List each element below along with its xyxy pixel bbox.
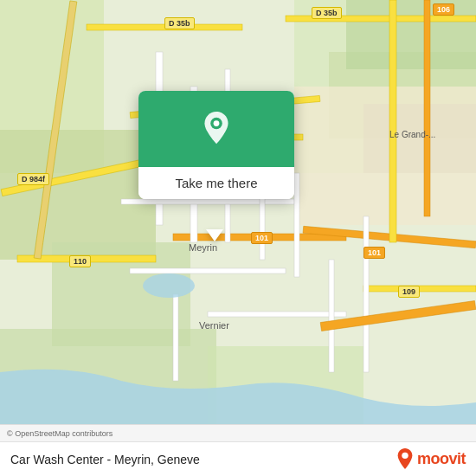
place-label-meyrin: Meyrin	[189, 242, 217, 253]
svg-point-39	[402, 452, 408, 458]
popup-card: Take me there	[138, 91, 294, 199]
svg-rect-26	[294, 173, 299, 277]
place-label-le-grand: Le Grand-...	[389, 130, 435, 139]
svg-rect-34	[389, 0, 396, 242]
road-label-d110: 110	[69, 255, 91, 267]
map-background	[0, 0, 476, 424]
road-label-d106: 106	[433, 3, 454, 16]
svg-point-38	[214, 120, 220, 126]
road-label-d35b-right: D 35b	[312, 7, 342, 19]
svg-rect-30	[329, 260, 334, 372]
road-label-d101: 101	[251, 232, 273, 244]
svg-rect-6	[346, 0, 476, 69]
map-container: D 35b D 35b D 35 D 35 D 984f 106 110 101…	[0, 0, 476, 424]
svg-rect-28	[173, 294, 178, 381]
svg-point-32	[143, 273, 195, 298]
moovit-logo: moovit	[396, 448, 466, 471]
moovit-label: moovit	[417, 450, 466, 468]
svg-rect-31	[363, 216, 369, 372]
svg-rect-29	[208, 312, 346, 317]
road-label-d984f: D 984f	[17, 173, 49, 185]
attribution-text: © OpenStreetMap contributors	[7, 429, 113, 438]
attribution-bar: © OpenStreetMap contributors	[0, 424, 476, 441]
info-bar: Car Wash Center - Meyrin, Geneve moovit	[0, 441, 476, 476]
take-me-there-button[interactable]: Take me there	[138, 167, 294, 199]
location-name: Car Wash Center - Meyrin, Geneve	[10, 453, 200, 466]
place-label-vernier: Vernier	[199, 320, 229, 331]
popup-icon-area	[138, 91, 294, 167]
moovit-pin-icon	[396, 448, 415, 471]
svg-rect-27	[130, 268, 286, 273]
svg-rect-35	[424, 0, 430, 216]
svg-rect-2	[0, 130, 156, 260]
road-label-d35b-left: D 35b	[164, 17, 195, 29]
svg-rect-24	[121, 199, 294, 204]
road-label-d109: 109	[398, 286, 420, 298]
popup-tail	[206, 229, 223, 241]
location-pin-icon	[197, 112, 235, 150]
road-label-d101-right: 101	[363, 247, 385, 259]
